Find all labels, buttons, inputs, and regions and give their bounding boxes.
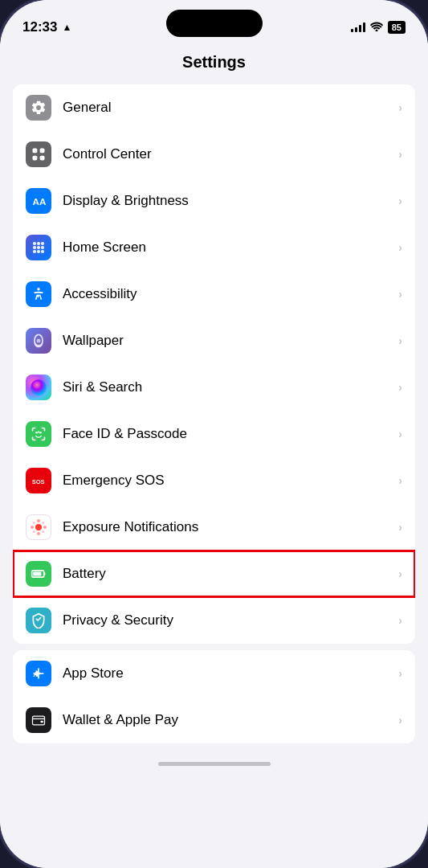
svg-point-7 bbox=[41, 242, 44, 245]
svg-point-5 bbox=[33, 242, 36, 245]
wallet-chevron: › bbox=[398, 714, 402, 727]
settings-item-control-center[interactable]: Control Center › bbox=[13, 131, 415, 178]
svg-point-13 bbox=[41, 250, 44, 253]
svg-point-25 bbox=[42, 522, 44, 524]
settings-item-wallpaper[interactable]: Wallpaper › bbox=[13, 317, 415, 364]
settings-content[interactable]: Settings General › Control Center bbox=[0, 43, 428, 868]
svg-point-11 bbox=[33, 250, 36, 253]
time-display: 12:33 bbox=[22, 19, 57, 35]
settings-item-accessibility[interactable]: Accessibility › bbox=[13, 271, 415, 317]
exposure-icon bbox=[26, 514, 51, 540]
emergency-label: Emergency SOS bbox=[63, 473, 398, 489]
display-chevron: › bbox=[398, 194, 402, 207]
accessibility-chevron: › bbox=[398, 288, 402, 301]
home-indicator bbox=[0, 750, 428, 777]
status-time: 12:33 ▲ bbox=[22, 19, 71, 35]
status-bar: 12:33 ▲ 8 bbox=[0, 0, 428, 43]
svg-point-9 bbox=[37, 246, 40, 249]
general-icon bbox=[26, 95, 51, 121]
svg-point-15 bbox=[37, 339, 41, 343]
battery-label: Battery bbox=[63, 566, 398, 582]
privacy-label: Privacy & Security bbox=[63, 612, 398, 628]
home-screen-chevron: › bbox=[398, 241, 402, 254]
control-center-chevron: › bbox=[398, 148, 402, 161]
appstore-chevron: › bbox=[398, 667, 402, 680]
svg-rect-33 bbox=[41, 721, 43, 723]
settings-item-faceid[interactable]: Face ID & Passcode › bbox=[13, 411, 415, 457]
siri-chevron: › bbox=[398, 381, 402, 394]
control-center-label: Control Center bbox=[63, 146, 398, 162]
faceid-chevron: › bbox=[398, 428, 402, 440]
svg-point-16 bbox=[35, 432, 38, 434]
exposure-label: Exposure Notifications bbox=[63, 519, 398, 535]
general-chevron: › bbox=[398, 101, 402, 114]
privacy-icon bbox=[26, 608, 51, 633]
page-title: Settings bbox=[0, 43, 428, 84]
exposure-chevron: › bbox=[398, 521, 402, 534]
svg-point-12 bbox=[37, 250, 40, 253]
svg-point-19 bbox=[35, 524, 42, 530]
home-bar bbox=[158, 762, 271, 766]
home-screen-icon bbox=[26, 235, 51, 260]
settings-item-general[interactable]: General › bbox=[13, 84, 415, 131]
svg-point-17 bbox=[39, 432, 42, 434]
settings-item-display[interactable]: AA Display & Brightness › bbox=[13, 178, 415, 224]
svg-point-10 bbox=[41, 246, 44, 249]
settings-item-appstore[interactable]: A App Store › bbox=[13, 650, 415, 697]
settings-item-wallet[interactable]: Wallet & Apple Pay › bbox=[13, 697, 415, 743]
location-icon: ▲ bbox=[62, 22, 71, 33]
svg-point-24 bbox=[33, 522, 35, 524]
battery-chevron: › bbox=[398, 567, 402, 580]
control-center-icon bbox=[26, 141, 51, 167]
wallet-label: Wallet & Apple Pay bbox=[63, 712, 398, 728]
svg-point-26 bbox=[33, 530, 35, 533]
wallpaper-label: Wallpaper bbox=[63, 333, 398, 349]
home-screen-label: Home Screen bbox=[63, 240, 398, 256]
settings-item-battery[interactable]: Battery › bbox=[13, 551, 415, 597]
siri-icon bbox=[26, 375, 51, 400]
general-label: General bbox=[63, 100, 398, 116]
wallpaper-icon bbox=[26, 328, 51, 354]
svg-point-14 bbox=[37, 288, 39, 290]
svg-rect-0 bbox=[33, 149, 38, 154]
accessibility-label: Accessibility bbox=[63, 286, 398, 302]
svg-rect-29 bbox=[44, 572, 46, 575]
wifi-icon bbox=[370, 22, 383, 34]
phone-screen: 12:33 ▲ 8 bbox=[0, 0, 428, 868]
appstore-icon: A bbox=[26, 661, 51, 686]
settings-group-main: General › Control Center › AA Displ bbox=[13, 84, 415, 644]
settings-item-siri[interactable]: Siri & Search › bbox=[13, 364, 415, 411]
settings-item-emergency[interactable]: SOS Emergency SOS › bbox=[13, 457, 415, 504]
wallpaper-chevron: › bbox=[398, 334, 402, 347]
display-label: Display & Brightness bbox=[63, 193, 398, 209]
svg-point-22 bbox=[31, 526, 34, 529]
wallet-icon bbox=[26, 707, 51, 733]
phone-frame: 12:33 ▲ 8 bbox=[0, 0, 428, 868]
appstore-label: App Store bbox=[63, 665, 398, 682]
signal-icon bbox=[351, 23, 365, 32]
settings-item-exposure[interactable]: Exposure Notifications › bbox=[13, 504, 415, 551]
svg-text:AA: AA bbox=[33, 196, 47, 207]
svg-rect-1 bbox=[40, 149, 45, 154]
svg-point-23 bbox=[43, 526, 47, 529]
svg-text:A: A bbox=[33, 670, 39, 678]
svg-rect-30 bbox=[33, 572, 41, 576]
svg-point-21 bbox=[37, 532, 40, 535]
svg-point-8 bbox=[33, 246, 36, 249]
settings-item-privacy[interactable]: Privacy & Security › bbox=[13, 597, 415, 644]
accessibility-icon bbox=[26, 281, 51, 307]
svg-rect-2 bbox=[33, 156, 38, 161]
status-icons: 85 bbox=[351, 21, 406, 34]
svg-point-20 bbox=[37, 519, 40, 522]
display-icon: AA bbox=[26, 188, 51, 214]
svg-point-6 bbox=[37, 242, 40, 245]
svg-rect-32 bbox=[33, 716, 45, 725]
svg-text:SOS: SOS bbox=[32, 478, 45, 485]
battery-icon bbox=[26, 561, 51, 587]
settings-item-home-screen[interactable]: Home Screen › bbox=[13, 224, 415, 271]
siri-label: Siri & Search bbox=[63, 379, 398, 395]
svg-point-27 bbox=[42, 530, 44, 533]
faceid-label: Face ID & Passcode bbox=[63, 426, 398, 442]
dynamic-island bbox=[166, 10, 263, 37]
faceid-icon bbox=[26, 421, 51, 447]
